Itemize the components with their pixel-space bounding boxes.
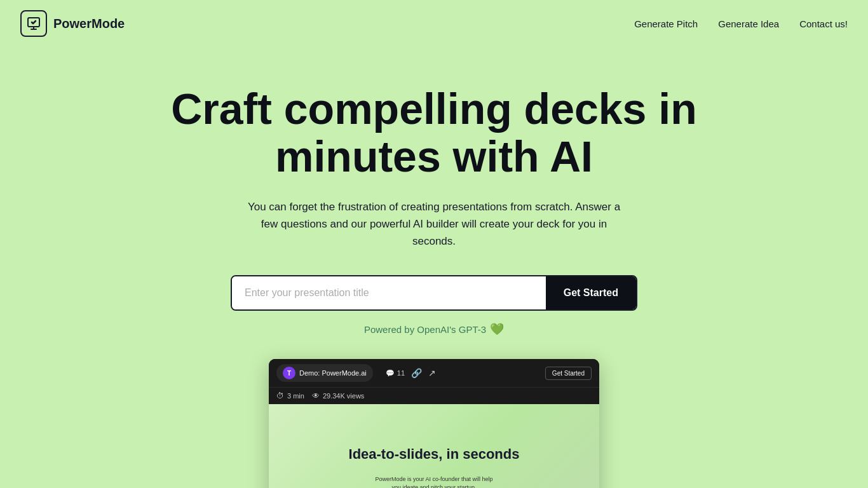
presentation-title-input[interactable] — [232, 276, 546, 309]
video-content: Idea-to-slides, in seconds PowerMode is … — [269, 404, 599, 488]
video-metabar: ⏱ 3 min 👁 29.34K views — [269, 387, 599, 404]
powered-by-label: Powered by OpenAI's GPT-3 💚 — [364, 322, 504, 336]
logo-icon — [20, 10, 47, 37]
comment-icon: 💬 — [386, 369, 395, 377]
logo-area: PowerMode — [20, 10, 125, 37]
powered-by-text: Powered by OpenAI's GPT-3 — [364, 324, 486, 335]
views-text: 29.34K views — [323, 392, 364, 400]
external-link-icon[interactable]: ↗ — [428, 368, 436, 378]
header: PowerMode Generate Pitch Generate Idea C… — [0, 0, 868, 47]
link-icon[interactable]: 🔗 — [411, 368, 422, 378]
duration-badge: ⏱ 3 min — [276, 391, 304, 400]
duration-text: 3 min — [287, 392, 304, 400]
slide-title: Idea-to-slides, in seconds — [349, 446, 520, 463]
comment-count: 11 — [397, 369, 405, 377]
get-started-button[interactable]: Get Started — [546, 276, 636, 309]
tab-avatar: T — [283, 367, 295, 379]
slide-subtitle-line2: you ideate and pitch your startup. — [391, 484, 476, 488]
main-nav: Generate Pitch Generate Idea Contact us! — [634, 18, 848, 29]
slide-subtitle: PowerMode is your AI co-founder that wil… — [375, 475, 492, 488]
views-badge: 👁 29.34K views — [312, 391, 364, 400]
logo-text: PowerMode — [53, 17, 125, 31]
video-embed: T Demo: PowerMode.ai 💬 11 🔗 ↗ Get Starte… — [269, 359, 599, 488]
title-input-row: Get Started — [231, 275, 637, 311]
hero-section: Craft compelling decks in minutes with A… — [0, 47, 868, 488]
slide-subtitle-line1: PowerMode is your AI co-founder that wil… — [375, 476, 492, 482]
video-get-started-button[interactable]: Get Started — [545, 367, 592, 380]
video-icons: 💬 11 🔗 ↗ — [386, 368, 436, 378]
hero-title: Craft compelling decks in minutes with A… — [116, 85, 752, 180]
nav-contact-us[interactable]: Contact us! — [799, 18, 848, 29]
clock-icon: ⏱ — [276, 391, 284, 400]
hero-subtitle: You can forget the frustration of creati… — [243, 198, 625, 250]
eye-icon: 👁 — [312, 391, 320, 400]
nav-generate-idea[interactable]: Generate Idea — [718, 18, 779, 29]
tab-title: Demo: PowerMode.ai — [299, 369, 367, 377]
powermode-icon — [26, 16, 41, 31]
video-topbar: T Demo: PowerMode.ai 💬 11 🔗 ↗ Get Starte… — [269, 359, 599, 387]
comment-icon-badge: 💬 11 — [386, 369, 405, 377]
video-tab: T Demo: PowerMode.ai — [276, 364, 373, 382]
nav-generate-pitch[interactable]: Generate Pitch — [634, 18, 698, 29]
heart-icon: 💚 — [490, 322, 504, 336]
